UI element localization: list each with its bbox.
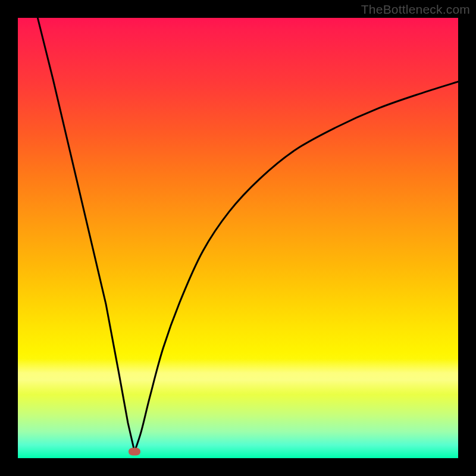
watermark-text: TheBottleneck.com — [361, 2, 470, 17]
plot-area — [18, 18, 458, 458]
bottleneck-curve — [37, 18, 458, 452]
minimum-marker — [129, 447, 140, 455]
chart-frame: TheBottleneck.com — [0, 0, 476, 476]
curve-layer — [18, 18, 458, 458]
